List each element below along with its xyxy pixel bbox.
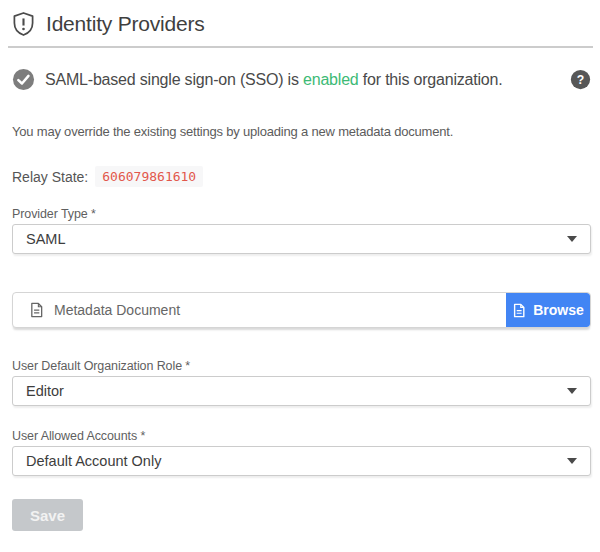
document-icon bbox=[512, 303, 526, 318]
user-default-org-role-value: Editor bbox=[26, 383, 64, 399]
help-glyph: ? bbox=[577, 73, 584, 87]
shield-exclamation-icon bbox=[12, 11, 35, 37]
override-note: You may override the existing settings b… bbox=[12, 124, 591, 139]
browse-button[interactable]: Browse bbox=[506, 293, 590, 327]
question-circle-icon[interactable]: ? bbox=[570, 69, 591, 90]
save-button[interactable]: Save bbox=[12, 499, 83, 531]
status-text-before: SAML-based single sign-on (SSO) is bbox=[45, 71, 303, 88]
user-default-org-role-label: User Default Organization Role * bbox=[12, 359, 591, 373]
user-allowed-accounts-field: User Allowed Accounts * Default Account … bbox=[12, 429, 591, 476]
status-enabled-badge: enabled bbox=[303, 71, 359, 88]
sso-status-row: SAML-based single sign-on (SSO) is enabl… bbox=[12, 68, 591, 91]
document-icon bbox=[29, 302, 44, 318]
provider-type-field: Provider Type * SAML bbox=[12, 207, 591, 254]
user-allowed-accounts-label: User Allowed Accounts * bbox=[12, 429, 591, 443]
user-default-org-role-select[interactable]: Editor bbox=[12, 376, 591, 406]
header-divider bbox=[8, 46, 593, 48]
caret-down-icon bbox=[567, 236, 577, 242]
page-title: Identity Providers bbox=[46, 12, 205, 36]
status-text-after: for this organization. bbox=[359, 71, 503, 88]
user-allowed-accounts-value: Default Account Only bbox=[26, 453, 161, 469]
caret-down-icon bbox=[567, 388, 577, 394]
provider-type-label: Provider Type * bbox=[12, 207, 591, 221]
provider-type-value: SAML bbox=[26, 231, 66, 247]
metadata-placeholder: Metadata Document bbox=[54, 302, 180, 318]
relay-state-value: 606079861610 bbox=[95, 166, 203, 187]
user-default-org-role-field: User Default Organization Role * Editor bbox=[12, 359, 591, 406]
metadata-file-input[interactable]: Metadata Document bbox=[13, 293, 506, 327]
relay-state-label: Relay State: bbox=[12, 169, 88, 185]
sso-status-text: SAML-based single sign-on (SSO) is enabl… bbox=[45, 71, 503, 89]
check-circle-icon bbox=[12, 68, 35, 91]
user-allowed-accounts-select[interactable]: Default Account Only bbox=[12, 446, 591, 476]
browse-label: Browse bbox=[533, 302, 584, 318]
caret-down-icon bbox=[567, 458, 577, 464]
relay-state-row: Relay State: 606079861610 bbox=[12, 166, 591, 187]
identity-providers-panel: Identity Providers SAML-based single sig… bbox=[0, 0, 600, 531]
provider-type-select[interactable]: SAML bbox=[12, 224, 591, 254]
page-header: Identity Providers bbox=[12, 10, 591, 38]
metadata-document-row: Metadata Document Browse bbox=[12, 292, 591, 328]
